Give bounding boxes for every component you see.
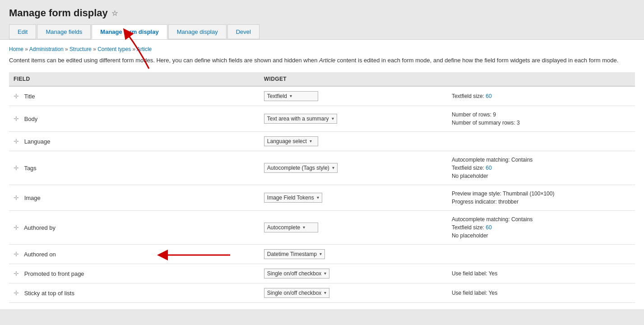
field-info	[447, 131, 635, 151]
field-label: Tags	[24, 165, 36, 172]
info-link[interactable]: 60	[486, 165, 491, 171]
drag-handle[interactable]: ✛	[14, 115, 19, 122]
field-info	[447, 244, 635, 264]
table-row: ✛ Authored on Datetime Timestamp ▾	[9, 244, 635, 264]
fields-table-wrapper: FIELD WIDGET ✛ Title Textfield ▾	[9, 72, 635, 303]
breadcrumb-article[interactable]: Article	[137, 46, 152, 52]
widget-select-authored-by[interactable]: Autocomplete ▾	[264, 223, 318, 232]
widget-select-language[interactable]: Language select ▾	[264, 136, 318, 146]
table-row: ✛ Authored by Autocomplete ▾ Autocomplet…	[9, 210, 635, 244]
drag-handle[interactable]: ✛	[14, 251, 19, 258]
field-info: Use field label: Yes	[447, 264, 635, 283]
widget-select-title[interactable]: Textfield ▾	[264, 91, 318, 101]
page-description: Content items can be edited using differ…	[9, 56, 635, 65]
field-column-header: FIELD	[9, 72, 259, 86]
breadcrumb-home[interactable]: Home	[9, 46, 23, 52]
field-label: Promoted to front page	[24, 270, 84, 277]
info-column-header	[447, 72, 635, 86]
field-info: Autocomplete matching: Contains Textfiel…	[447, 151, 635, 185]
info-link[interactable]: 60	[486, 224, 491, 231]
tab-edit[interactable]: Edit	[9, 24, 36, 39]
widget-select-image[interactable]: Image Field Tokens ▾	[264, 193, 322, 203]
breadcrumb-administration[interactable]: Administration	[29, 46, 64, 52]
table-row: ✛ Promoted to front page Single on/off c…	[9, 264, 635, 283]
widget-select-promoted[interactable]: Single on/off checkbox ▾	[264, 269, 330, 279]
drag-handle[interactable]: ✛	[14, 224, 19, 231]
tab-manage-fields[interactable]: Manage fields	[37, 24, 91, 39]
table-row: ✛ Tags Autocomplete (Tags style) ▾ Autoc…	[9, 151, 635, 185]
page-title: Manage form display ☆	[9, 7, 635, 19]
table-row: ✛ Body Text area with a summary ▾ Number…	[9, 106, 635, 131]
field-label: Language	[24, 138, 51, 145]
breadcrumb-content-types[interactable]: Content types	[97, 46, 131, 52]
field-info: Textfield size: 60	[447, 86, 635, 106]
widget-select-authored-on[interactable]: Datetime Timestamp ▾	[264, 249, 325, 259]
favorite-icon[interactable]: ☆	[111, 9, 118, 18]
drag-handle[interactable]: ✛	[14, 270, 19, 277]
page-title-text: Manage form display	[9, 7, 108, 19]
table-row: ✛ Title Textfield ▾ Textfield size: 60	[9, 86, 635, 106]
field-info: Use field label: Yes	[447, 283, 635, 302]
field-label: Title	[24, 93, 35, 100]
breadcrumb: Home » Administration » Structure » Cont…	[9, 46, 635, 52]
tab-manage-form-display[interactable]: Manage form display	[92, 24, 167, 39]
field-label: Body	[24, 116, 38, 122]
tab-devel[interactable]: Devel	[227, 24, 259, 39]
fields-table: FIELD WIDGET ✛ Title Textfield ▾	[9, 72, 635, 303]
field-info: Preview image style: Thumbnail (100×100)…	[447, 185, 635, 210]
table-row: ✛ Sticky at top of lists Single on/off c…	[9, 283, 635, 302]
drag-handle[interactable]: ✛	[14, 93, 19, 100]
widget-column-header: WIDGET	[259, 72, 447, 86]
field-label: Sticky at top of lists	[24, 290, 74, 297]
table-row: ✛ Language Language select ▾	[9, 131, 635, 151]
breadcrumb-structure[interactable]: Structure	[69, 46, 92, 52]
widget-select-body[interactable]: Text area with a summary ▾	[264, 114, 337, 124]
field-info: Autocomplete matching: Contains Textfiel…	[447, 210, 635, 244]
drag-handle[interactable]: ✛	[14, 164, 19, 172]
widget-select-sticky[interactable]: Single on/off checkbox ▾	[264, 288, 330, 298]
drag-handle[interactable]: ✛	[14, 138, 19, 145]
tab-manage-display[interactable]: Manage display	[168, 24, 227, 39]
field-info: Number of rows: 9Number of summary rows:…	[447, 106, 635, 131]
drag-handle[interactable]: ✛	[14, 289, 19, 297]
field-label: Authored by	[24, 224, 56, 231]
drag-handle[interactable]: ✛	[14, 194, 19, 201]
tabs-bar: Edit Manage fields Manage form display M…	[9, 24, 635, 39]
field-label: Image	[24, 195, 41, 201]
field-label: Authored on	[24, 251, 56, 258]
info-link[interactable]: 60	[486, 93, 491, 99]
table-row: ✛ Image Image Field Tokens ▾ Preview ima…	[9, 185, 635, 210]
widget-select-tags[interactable]: Autocomplete (Tags style) ▾	[264, 163, 338, 173]
content-area: Home » Administration » Structure » Cont…	[0, 39, 644, 309]
